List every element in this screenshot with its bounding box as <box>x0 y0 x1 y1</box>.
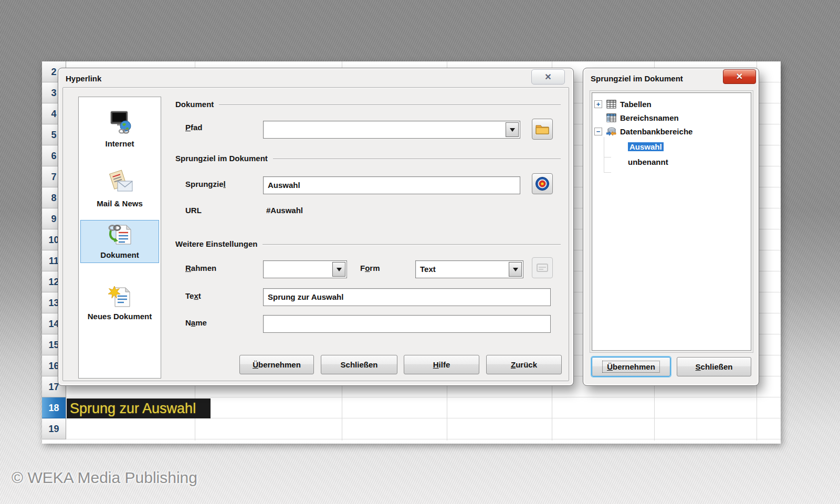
monitor-globe-icon <box>104 110 135 137</box>
mail-news-icon <box>104 169 135 197</box>
table-icon <box>606 100 616 109</box>
sidebar-item-label: Dokument <box>86 250 154 260</box>
pfad-label: Pfad <box>185 123 203 132</box>
close-button[interactable]: ✕ <box>723 69 756 84</box>
text-input[interactable]: Sprung zur Auswahl <box>263 288 551 306</box>
open-file-button[interactable] <box>532 119 553 140</box>
close-icon: ✕ <box>736 72 743 81</box>
tree-item-label: Datenbankbereiche <box>620 127 692 136</box>
name-input[interactable] <box>263 315 551 333</box>
url-value: #Auswahl <box>266 206 303 215</box>
url-label: URL <box>185 206 202 215</box>
pfad-combobox[interactable] <box>263 121 520 139</box>
back-button[interactable]: Zurück <box>486 355 562 374</box>
events-icon <box>536 262 549 273</box>
sidebar-item-label: Mail & News <box>86 199 154 208</box>
hyperlink-dialog-title: Hyperlink <box>66 74 101 83</box>
chevron-down-icon <box>337 268 342 271</box>
named-range-icon <box>606 113 616 122</box>
pfad-dropdown-button[interactable] <box>506 122 519 137</box>
sprungziel-value: Auswahl <box>268 181 300 190</box>
hyperlink-dialog: Hyperlink ✕ Internet <box>58 68 574 386</box>
apply-button[interactable]: Übernehmen <box>592 357 670 376</box>
expand-icon[interactable]: + <box>594 100 602 108</box>
help-button[interactable]: Hilfe <box>404 355 479 374</box>
collapse-icon[interactable]: − <box>594 128 602 135</box>
tree-item-datenbankbereiche[interactable]: − Datenbankbereiche <box>594 124 750 138</box>
group-label: Dokument <box>175 100 214 109</box>
target-icon <box>535 176 550 191</box>
watermark: © WEKA Media Publishing <box>12 469 197 487</box>
row-header[interactable]: 19 <box>42 418 66 439</box>
text-value: Sprung zur Auswahl <box>268 292 343 301</box>
name-label: Name <box>185 318 207 327</box>
close-dialog-button[interactable]: Schließen <box>321 355 397 374</box>
tree-item-label: Bereichsnamen <box>620 113 679 122</box>
sidebar-item-neues-dokument[interactable]: Neues Dokument <box>80 271 159 333</box>
chevron-down-icon <box>513 268 518 271</box>
form-combobox[interactable]: Text <box>415 260 523 278</box>
close-dialog-button[interactable]: Schließen <box>677 357 751 376</box>
target-dialog-title: Sprungziel im Dokument <box>591 74 683 83</box>
close-button[interactable]: ✕ <box>531 69 565 85</box>
screenshot-canvas: 2 3 4 5 6 7 8 9 10 11 12 13 14 15 16 17 … <box>0 0 840 504</box>
tree-item-auswahl[interactable]: Auswahl <box>594 140 750 153</box>
tree-item-bereichsnamen[interactable]: Bereichsnamen <box>594 111 750 124</box>
sprungziel-label: Sprungziel <box>185 180 226 188</box>
target-tree[interactable]: + Tabellen <box>592 92 751 351</box>
rahmen-label: Rahmen <box>185 264 216 272</box>
form-label: Form <box>360 264 380 272</box>
database-range-icon <box>606 127 616 136</box>
tree-item-label: Tabellen <box>620 100 652 109</box>
chevron-down-icon <box>510 128 515 132</box>
sidebar-item-dokument[interactable]: Dokument <box>80 220 159 263</box>
sidebar-item-label: Neues Dokument <box>86 312 154 321</box>
form-dropdown-button[interactable] <box>509 262 522 277</box>
tree-connector <box>604 172 611 173</box>
cell-a18-hyperlink[interactable]: Sprung zur Auswahl <box>67 398 211 418</box>
folder-icon <box>535 123 550 135</box>
document-link-icon <box>104 223 135 248</box>
hyperlink-type-sidebar: Internet Mail & News <box>78 97 161 379</box>
tree-item-tabellen[interactable]: + Tabellen <box>594 97 750 111</box>
close-icon: ✕ <box>544 72 551 81</box>
form-value: Text <box>420 265 436 274</box>
sidebar-item-label: Internet <box>86 139 154 149</box>
sprungziel-input[interactable]: Auswahl <box>263 176 520 194</box>
rahmen-combobox[interactable] <box>263 260 347 278</box>
rahmen-dropdown-button[interactable] <box>332 262 345 277</box>
focus-ring: Übernehmen <box>602 361 660 373</box>
group-label: Weitere Einstellungen <box>175 239 257 248</box>
tree-item-label: unbenannt <box>628 158 668 166</box>
events-button-disabled <box>532 257 553 278</box>
tree-item-unbenannt[interactable]: unbenannt <box>594 155 750 169</box>
sidebar-item-internet[interactable]: Internet <box>80 103 159 155</box>
group-weitere-einstellungen: Weitere Einstellungen <box>175 239 561 248</box>
tree-item-label-selected: Auswahl <box>628 142 664 151</box>
group-dokument: Dokument <box>175 100 561 109</box>
group-rule <box>262 244 561 245</box>
target-in-document-button[interactable] <box>532 173 553 194</box>
group-sprungziel: Sprungziel im Dokument <box>175 154 561 163</box>
group-label: Sprungziel im Dokument <box>175 154 268 163</box>
text-label: Text <box>185 291 201 300</box>
new-document-icon <box>104 284 135 310</box>
target-in-document-dialog: Sprungziel im Dokument ✕ + Tabellen <box>583 68 759 386</box>
row-header-selected[interactable]: 18 <box>42 397 66 418</box>
group-rule <box>273 159 561 159</box>
sidebar-item-mail-news[interactable]: Mail & News <box>80 161 159 216</box>
group-rule <box>219 104 561 105</box>
apply-button[interactable]: Übernehmen <box>239 355 314 374</box>
